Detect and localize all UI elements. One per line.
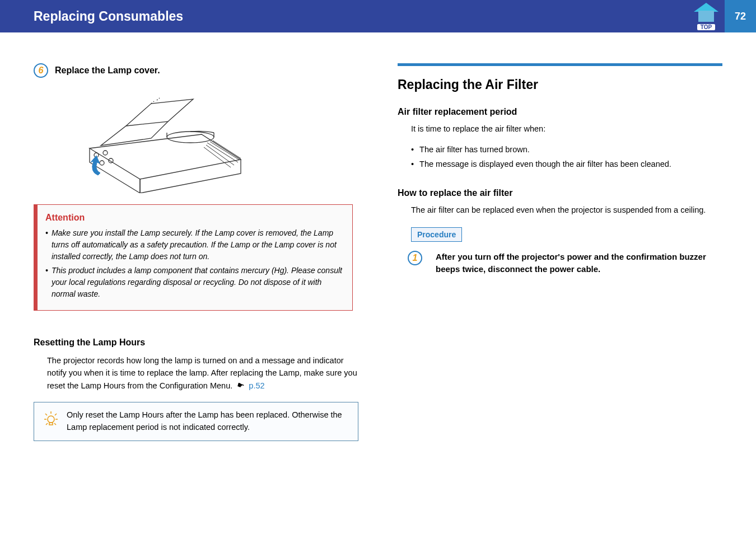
lightbulb-icon xyxy=(43,410,59,431)
reset-body: The projector records how long the lamp … xyxy=(47,354,358,392)
how-to-replace-heading: How to replace the air filter xyxy=(398,188,722,198)
svg-line-12 xyxy=(45,414,47,415)
tip-text: Only reset the Lamp Hours after the Lamp… xyxy=(67,409,349,434)
step-1-row: 1 After you turn off the projector's pow… xyxy=(408,251,722,276)
procedure-badge: Procedure xyxy=(411,227,462,242)
step-6-row: 6 Replace the Lamp cover. xyxy=(34,63,358,78)
attention-item-text: Make sure you install the Lamp securely.… xyxy=(52,227,342,263)
step-number-6: 6 xyxy=(34,63,48,78)
how-to-replace-body: The air filter can be replaced even when… xyxy=(411,204,722,217)
svg-line-3 xyxy=(213,140,241,158)
svg-line-17 xyxy=(54,423,56,425)
right-column: Replacing the Air Filter Air filter repl… xyxy=(398,63,722,441)
air-filter-period-heading: Air filter replacement period xyxy=(398,107,722,117)
attention-title: Attention xyxy=(45,213,342,223)
page-link[interactable]: p.52 xyxy=(249,381,264,390)
reset-body-text: The projector records how long the lamp … xyxy=(47,356,357,390)
svg-point-0 xyxy=(167,132,214,143)
bullet-text: The message is displayed even though the… xyxy=(419,157,671,171)
step-1-text: After you turn off the projector's power… xyxy=(436,251,722,276)
tip-box: Only reset the Lamp Hours after the Lamp… xyxy=(34,402,358,441)
list-item: • The message is displayed even though t… xyxy=(411,157,722,171)
home-icon xyxy=(694,3,718,23)
section-divider xyxy=(398,63,722,66)
svg-point-10 xyxy=(48,416,54,423)
lamp-cover-illustration xyxy=(67,81,258,193)
step-number-1: 1 xyxy=(408,251,422,265)
air-filter-period-body: It is time to replace the air filter whe… xyxy=(411,123,722,135)
svg-point-9 xyxy=(100,161,104,165)
svg-point-6 xyxy=(103,151,108,155)
svg-line-13 xyxy=(55,414,57,415)
page-header: Replacing Consumables TOP 72 xyxy=(0,0,756,32)
reset-heading: Resetting the Lamp Hours xyxy=(34,338,358,348)
attention-item: •Make sure you install the Lamp securely… xyxy=(45,227,342,263)
attention-item: •This product includes a lamp component … xyxy=(45,265,342,300)
bullet-text: The air filter has turned brown. xyxy=(419,142,530,157)
page-number: 72 xyxy=(725,0,756,32)
list-item: • The air filter has turned brown. xyxy=(411,142,722,157)
pointer-icon: ☛ xyxy=(235,378,246,393)
section-title: Replacing the Air Filter xyxy=(398,77,722,92)
top-label: TOP xyxy=(697,24,715,30)
air-filter-bullets: • The air filter has turned brown. • The… xyxy=(411,142,722,171)
attention-item-text: This product includes a lamp component t… xyxy=(52,265,342,300)
attention-list: •Make sure you install the Lamp securely… xyxy=(45,227,342,300)
svg-line-16 xyxy=(46,423,48,425)
top-nav-button[interactable]: TOP xyxy=(694,3,718,30)
svg-line-1 xyxy=(207,143,238,162)
header-right: TOP 72 xyxy=(694,0,756,32)
left-column: 6 Replace the Lamp cover. xyxy=(34,63,358,441)
step-6-text: Replace the Lamp cover. xyxy=(55,65,160,76)
content-area: 6 Replace the Lamp cover. xyxy=(0,32,756,441)
header-title: Replacing Consumables xyxy=(34,9,183,24)
svg-rect-18 xyxy=(49,423,53,425)
attention-box: Attention •Make sure you install the Lam… xyxy=(34,204,353,311)
